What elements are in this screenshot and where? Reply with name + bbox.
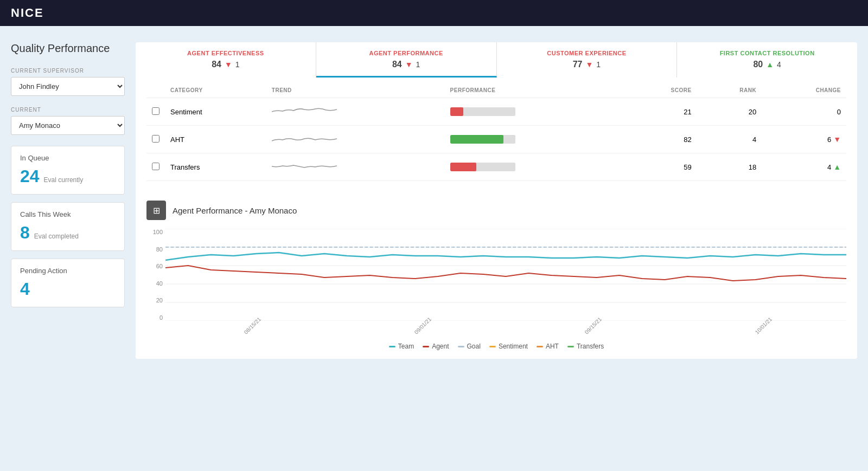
row-checkbox-0[interactable] [146,98,165,126]
sidebar: Quality Performance CURRENT SUPERVISOR J… [11,42,125,359]
performance-table-container: CATEGORY TREND PERFORMANCE SCORE RANK CH… [136,78,857,192]
tab-arrow-2: ▼ [585,60,593,69]
legend-item: Agent [423,343,449,350]
tab-arrow-0: ▼ [225,60,232,69]
row-performance-2 [445,153,623,181]
in-queue-value: 24 [20,166,40,186]
chart-area: 100 80 60 40 20 0 [146,229,846,337]
chart-svg-container [165,229,846,321]
chart-icon: ⊞ [146,201,166,220]
tab-label-2: CUSTOMER EXPERIENCE [502,50,672,56]
tab-score-3: 80 [753,60,763,69]
current-agent-dropdown[interactable]: Amy Monaco [11,116,125,135]
row-trend-0 [266,98,445,126]
app-header: NICE [0,0,868,26]
row-score-0: 21 [623,98,697,126]
calls-value: 8 [20,223,30,243]
chart-section: ⊞ Agent Performance - Amy Monaco 100 80 … [136,192,857,359]
tab-agent-performance[interactable]: AGENT PERFORMANCE 84 ▼ 1 [316,42,497,78]
col-header-performance: PERFORMANCE [445,83,623,98]
pending-action-card: Pending Action 4 [11,259,125,307]
chart-title: Agent Performance - Amy Monaco [173,206,297,215]
chart-x-labels: 08/15/21 09/01/21 09/15/21 10/01/21 [165,324,846,337]
legend-item: Transfers [567,343,604,350]
col-header-score: SCORE [623,83,697,98]
row-performance-0 [445,98,623,126]
row-change-0: 0 [762,98,846,126]
legend-item: AHT [537,343,559,350]
chart-header: ⊞ Agent Performance - Amy Monaco [146,201,846,220]
tab-arrow-3: ▲ [766,60,774,69]
tabs-row: AGENT EFFECTIVENESS 84 ▼ 1 AGENT PERFORM… [136,42,857,78]
in-queue-label: In Queue [20,154,116,162]
row-performance-1 [445,126,623,153]
pending-value: 4 [20,279,30,299]
row-rank-0: 20 [697,98,762,126]
row-trend-1 [266,126,445,153]
tab-customer-experience[interactable]: CUSTOMER EXPERIENCE 77 ▼ 1 [497,42,678,78]
tab-rank-0: 1 [235,60,240,69]
tab-rank-2: 1 [596,60,601,69]
tab-rank-3: 4 [777,60,781,69]
row-rank-1: 4 [697,126,762,153]
tab-arrow-1: ▼ [405,60,413,69]
col-header-change: CHANGE [762,83,846,98]
calls-sublabel: Eval completed [34,233,79,240]
tab-score-1: 84 [392,60,402,69]
tab-first-contact-resolution[interactable]: FIRST CONTACT RESOLUTION 80 ▲ 4 [677,42,857,78]
calls-this-week-card: Calls This Week 8 Eval completed [11,202,125,251]
col-header-category: CATEGORY [165,83,266,98]
tab-agent-effectiveness[interactable]: AGENT EFFECTIVENESS 84 ▼ 1 [136,42,316,78]
calls-label: Calls This Week [20,210,116,218]
tab-label-0: AGENT EFFECTIVENESS [141,50,310,56]
page-title: Quality Performance [11,42,125,55]
row-change-1: 6 ▼ [762,126,846,153]
row-checkbox-1[interactable] [146,126,165,153]
table-row: Transfers 59 18 4 ▲ [146,153,846,181]
legend-item: Team [389,343,414,350]
row-change-2: 4 ▲ [762,153,846,181]
performance-table: CATEGORY TREND PERFORMANCE SCORE RANK CH… [146,83,846,181]
row-category-1: AHT [165,126,266,153]
col-header-trend: TREND [266,83,445,98]
nice-logo: NICE [11,6,44,20]
supervisor-label: CURRENT SUPERVISOR [11,68,125,74]
pending-label: Pending Action [20,267,116,275]
chart-y-labels: 100 80 60 40 20 0 [146,229,163,321]
table-row: AHT 82 4 6 ▼ [146,126,846,153]
legend-item: Sentiment [489,343,528,350]
in-queue-sublabel: Eval currently [44,176,84,184]
tab-score-2: 77 [573,60,583,69]
table-row: Sentiment 21 20 0 [146,98,846,126]
tab-score-0: 84 [212,60,221,69]
row-checkbox-2[interactable] [146,153,165,181]
current-label: CURRENT [11,107,125,113]
chart-legend: TeamAgentGoalSentimentAHTTransfers [146,343,846,350]
tab-rank-1: 1 [416,60,420,69]
main-container: Quality Performance CURRENT SUPERVISOR J… [0,26,868,370]
content-area: AGENT EFFECTIVENESS 84 ▼ 1 AGENT PERFORM… [136,42,857,359]
in-queue-card: In Queue 24 Eval currently [11,146,125,195]
supervisor-dropdown[interactable]: John Findley [11,77,125,96]
tab-label-3: FIRST CONTACT RESOLUTION [682,50,852,56]
tab-label-1: AGENT PERFORMANCE [322,50,491,56]
row-rank-2: 18 [697,153,762,181]
row-score-2: 59 [623,153,697,181]
row-trend-2 [266,153,445,181]
row-category-0: Sentiment [165,98,266,126]
chart-svg [165,229,846,321]
row-score-1: 82 [623,126,697,153]
col-header-rank: RANK [697,83,762,98]
row-category-2: Transfers [165,153,266,181]
legend-item: Goal [458,343,481,350]
